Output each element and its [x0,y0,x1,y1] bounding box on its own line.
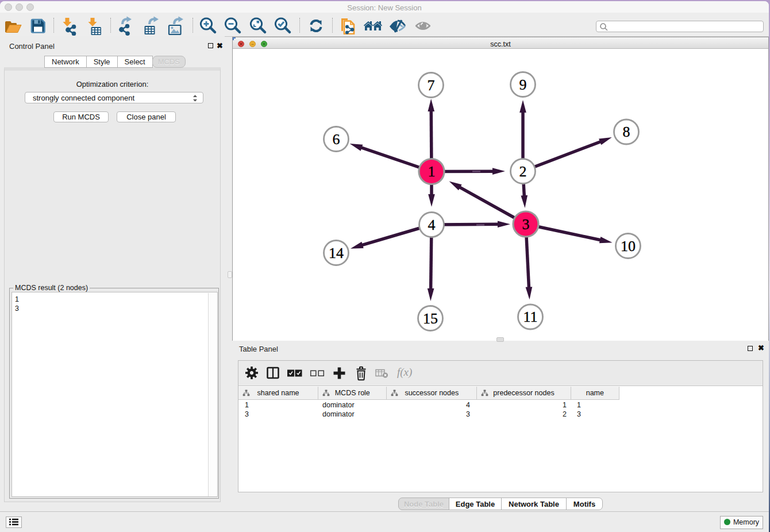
svg-text:2: 2 [519,163,527,180]
svg-text:9: 9 [519,76,527,93]
svg-text:7: 7 [428,77,435,94]
svg-text:10: 10 [621,238,636,255]
svg-text:4: 4 [428,217,436,233]
svg-text:3: 3 [522,216,530,233]
svg-text:11: 11 [523,309,537,325]
svg-text:15: 15 [423,310,438,327]
svg-text:14: 14 [329,245,344,261]
svg-text:6: 6 [333,131,340,148]
svg-text:1: 1 [428,163,436,180]
svg-text:8: 8 [623,124,630,140]
